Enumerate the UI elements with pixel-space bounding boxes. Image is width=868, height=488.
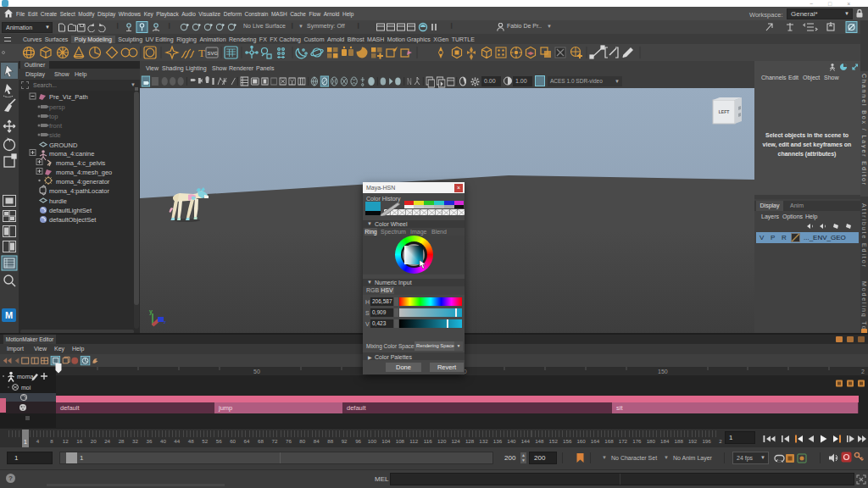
svg-text:LEFT: LEFT: [719, 109, 730, 114]
svg-text:148: 148: [535, 438, 544, 444]
svg-text:top: top: [49, 113, 58, 120]
svg-text:GROUND: GROUND: [49, 141, 78, 149]
svg-text:48: 48: [188, 438, 194, 444]
svg-text:hurdle: hurdle: [49, 197, 67, 205]
svg-text:52: 52: [202, 438, 208, 444]
svg-text:112: 112: [409, 438, 418, 444]
svg-text:140: 140: [507, 438, 516, 444]
svg-text:104: 104: [381, 438, 391, 444]
svg-text:184: 184: [660, 438, 670, 444]
svg-text:120: 120: [437, 438, 447, 444]
svg-text:12: 12: [63, 438, 69, 444]
svg-text:108: 108: [396, 438, 405, 444]
svg-text:60: 60: [230, 438, 236, 444]
svg-text:116: 116: [424, 438, 432, 444]
svg-text:16: 16: [76, 438, 82, 444]
svg-text:68: 68: [258, 438, 264, 444]
svg-text:persp: persp: [49, 103, 65, 111]
svg-text:2: 2: [719, 438, 722, 444]
svg-text:164: 164: [591, 438, 600, 444]
svg-text:176: 176: [632, 438, 642, 444]
svg-text:T: T: [198, 47, 205, 59]
svg-text:20: 20: [91, 438, 97, 444]
svg-text:4: 4: [36, 438, 40, 444]
svg-text:8: 8: [50, 438, 53, 444]
svg-text:196: 196: [702, 438, 711, 444]
svg-text:56: 56: [216, 438, 222, 444]
svg-text:moma_4:pathLocator: moma_4:pathLocator: [49, 187, 109, 195]
svg-text:80: 80: [299, 438, 305, 444]
svg-text:32: 32: [132, 438, 138, 444]
svg-text:moma_4:c_pelvis: moma_4:c_pelvis: [56, 159, 106, 167]
svg-text:24: 24: [104, 438, 110, 444]
svg-text:moma: moma: [17, 374, 34, 380]
svg-text:172: 172: [619, 438, 628, 444]
svg-text:2: 2: [861, 369, 865, 374]
svg-text:188: 188: [675, 438, 684, 444]
svg-text:moma_4:canine: moma_4:canine: [49, 150, 94, 158]
svg-text:92: 92: [342, 438, 348, 444]
svg-text:40: 40: [160, 438, 166, 444]
svg-text:side: side: [49, 131, 61, 139]
svg-text:SVG: SVG: [208, 51, 219, 56]
svg-text:defaultLightSet: defaultLightSet: [49, 207, 92, 214]
svg-text:88: 88: [327, 438, 333, 444]
svg-text:64: 64: [244, 438, 250, 444]
svg-text:168: 168: [604, 438, 614, 444]
svg-text:180: 180: [647, 438, 656, 444]
svg-text:50: 50: [253, 369, 260, 374]
svg-text:136: 136: [493, 438, 503, 444]
svg-text:124: 124: [451, 438, 460, 444]
svg-text:76: 76: [286, 438, 292, 444]
svg-text:36: 36: [147, 438, 153, 444]
svg-text:moma_4:generator: moma_4:generator: [56, 178, 110, 186]
svg-text:132: 132: [479, 438, 488, 444]
svg-text:96: 96: [355, 438, 361, 444]
svg-text:144: 144: [521, 438, 531, 444]
svg-text:84: 84: [314, 438, 320, 444]
svg-text:moma_4:mesh_geo: moma_4:mesh_geo: [56, 169, 112, 176]
svg-text:44: 44: [174, 438, 180, 444]
svg-text:Pre_Viz_Path: Pre_Viz_Path: [49, 93, 88, 101]
svg-text:160: 160: [576, 438, 586, 444]
svg-text:72: 72: [271, 438, 277, 444]
svg-text:152: 152: [549, 438, 559, 444]
svg-text:150: 150: [658, 369, 668, 374]
svg-text:moi: moi: [21, 385, 31, 391]
svg-text:192: 192: [688, 438, 698, 444]
svg-text:y: y: [149, 308, 153, 315]
svg-text:front: front: [49, 122, 63, 130]
svg-text:128: 128: [465, 438, 475, 444]
svg-text:100: 100: [368, 438, 377, 444]
svg-text:28: 28: [119, 438, 125, 444]
svg-text:156: 156: [563, 438, 572, 444]
svg-text:defaultObjectSet: defaultObjectSet: [49, 216, 97, 224]
svg-text:z: z: [164, 319, 166, 324]
